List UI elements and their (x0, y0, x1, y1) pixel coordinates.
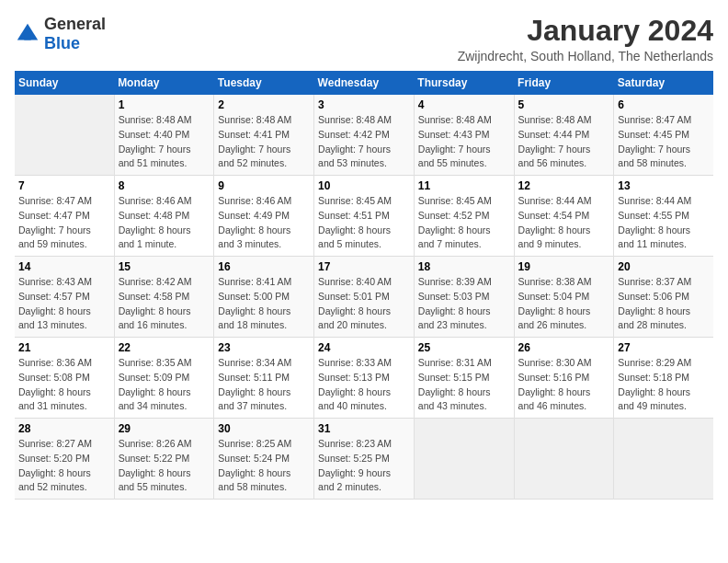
calendar-cell (614, 419, 713, 500)
calendar-cell: 9Sunrise: 8:46 AMSunset: 4:49 PMDaylight… (214, 176, 314, 257)
day-number: 19 (518, 260, 610, 273)
day-number: 23 (218, 341, 310, 354)
day-number: 15 (119, 260, 210, 273)
day-info: Sunrise: 8:46 AMSunset: 4:48 PMDaylight:… (119, 194, 210, 252)
day-number: 30 (218, 422, 310, 435)
calendar-cell: 7Sunrise: 8:47 AMSunset: 4:47 PMDaylight… (15, 176, 114, 257)
day-number: 27 (618, 341, 710, 354)
day-number: 25 (418, 341, 510, 354)
day-info: Sunrise: 8:48 AMSunset: 4:40 PMDaylight:… (119, 113, 210, 171)
day-number: 29 (119, 422, 210, 435)
day-number: 13 (618, 179, 710, 192)
day-number: 4 (418, 98, 510, 111)
calendar-cell: 18Sunrise: 8:39 AMSunset: 5:03 PMDayligh… (414, 257, 514, 338)
day-number: 28 (18, 422, 110, 435)
calendar-cell: 19Sunrise: 8:38 AMSunset: 5:04 PMDayligh… (514, 257, 614, 338)
calendar-cell (15, 95, 114, 176)
day-info: Sunrise: 8:43 AMSunset: 4:57 PMDaylight:… (18, 275, 110, 333)
day-info: Sunrise: 8:47 AMSunset: 4:45 PMDaylight:… (618, 113, 710, 171)
day-number: 2 (218, 98, 310, 111)
header-wednesday: Wednesday (314, 71, 415, 95)
calendar-cell: 13Sunrise: 8:44 AMSunset: 4:55 PMDayligh… (614, 176, 713, 257)
week-row-3: 14Sunrise: 8:43 AMSunset: 4:57 PMDayligh… (15, 257, 713, 338)
calendar-cell: 22Sunrise: 8:35 AMSunset: 5:09 PMDayligh… (114, 338, 214, 419)
day-info: Sunrise: 8:30 AMSunset: 5:16 PMDaylight:… (518, 356, 610, 414)
day-number: 26 (518, 341, 610, 354)
logo-text-blue: Blue (44, 34, 80, 52)
day-number: 9 (218, 179, 310, 192)
header-sunday: Sunday (15, 71, 114, 95)
calendar-cell: 3Sunrise: 8:48 AMSunset: 4:42 PMDaylight… (314, 95, 415, 176)
calendar-cell: 28Sunrise: 8:27 AMSunset: 5:20 PMDayligh… (15, 419, 114, 500)
day-info: Sunrise: 8:34 AMSunset: 5:11 PMDaylight:… (218, 356, 310, 414)
day-info: Sunrise: 8:48 AMSunset: 4:43 PMDaylight:… (418, 113, 510, 171)
day-info: Sunrise: 8:37 AMSunset: 5:06 PMDaylight:… (618, 275, 710, 333)
week-row-4: 21Sunrise: 8:36 AMSunset: 5:08 PMDayligh… (15, 338, 713, 419)
day-number: 20 (618, 260, 710, 273)
calendar-cell: 12Sunrise: 8:44 AMSunset: 4:54 PMDayligh… (514, 176, 614, 257)
calendar-cell: 6Sunrise: 8:47 AMSunset: 4:45 PMDaylight… (614, 95, 713, 176)
day-number: 1 (119, 98, 210, 111)
calendar-cell: 21Sunrise: 8:36 AMSunset: 5:08 PMDayligh… (15, 338, 114, 419)
day-info: Sunrise: 8:31 AMSunset: 5:15 PMDaylight:… (418, 356, 510, 414)
calendar-cell (514, 419, 614, 500)
week-row-2: 7Sunrise: 8:47 AMSunset: 4:47 PMDaylight… (15, 176, 713, 257)
calendar-cell: 30Sunrise: 8:25 AMSunset: 5:24 PMDayligh… (214, 419, 314, 500)
day-number: 6 (618, 98, 710, 111)
day-number: 24 (318, 341, 410, 354)
day-info: Sunrise: 8:36 AMSunset: 5:08 PMDaylight:… (18, 356, 110, 414)
calendar-cell: 16Sunrise: 8:41 AMSunset: 5:00 PMDayligh… (214, 257, 314, 338)
day-info: Sunrise: 8:46 AMSunset: 4:49 PMDaylight:… (218, 194, 310, 252)
day-number: 3 (318, 98, 410, 111)
logo: General Blue (15, 15, 106, 53)
day-number: 14 (18, 260, 110, 273)
calendar-cell: 29Sunrise: 8:26 AMSunset: 5:22 PMDayligh… (114, 419, 214, 500)
calendar-cell: 10Sunrise: 8:45 AMSunset: 4:51 PMDayligh… (314, 176, 415, 257)
calendar-cell: 5Sunrise: 8:48 AMSunset: 4:44 PMDaylight… (514, 95, 614, 176)
day-number: 11 (418, 179, 510, 192)
calendar-cell: 17Sunrise: 8:40 AMSunset: 5:01 PMDayligh… (314, 257, 415, 338)
day-info: Sunrise: 8:44 AMSunset: 4:55 PMDaylight:… (618, 194, 710, 252)
day-info: Sunrise: 8:23 AMSunset: 5:25 PMDaylight:… (318, 437, 410, 495)
calendar-header: Sunday Monday Tuesday Wednesday Thursday… (15, 71, 713, 95)
day-info: Sunrise: 8:25 AMSunset: 5:24 PMDaylight:… (218, 437, 310, 495)
day-info: Sunrise: 8:38 AMSunset: 5:04 PMDaylight:… (518, 275, 610, 333)
calendar-cell: 4Sunrise: 8:48 AMSunset: 4:43 PMDaylight… (414, 95, 514, 176)
calendar-cell: 11Sunrise: 8:45 AMSunset: 4:52 PMDayligh… (414, 176, 514, 257)
svg-rect-1 (24, 35, 30, 40)
logo-text-general: General (44, 15, 106, 33)
day-info: Sunrise: 8:48 AMSunset: 4:44 PMDaylight:… (518, 113, 610, 171)
calendar-table: Sunday Monday Tuesday Wednesday Thursday… (15, 71, 713, 500)
calendar-cell: 24Sunrise: 8:33 AMSunset: 5:13 PMDayligh… (314, 338, 415, 419)
day-number: 8 (119, 179, 210, 192)
calendar-cell (414, 419, 514, 500)
logo-icon (15, 21, 40, 47)
calendar-cell: 8Sunrise: 8:46 AMSunset: 4:48 PMDaylight… (114, 176, 214, 257)
header-monday: Monday (114, 71, 214, 95)
day-number: 22 (119, 341, 210, 354)
week-row-1: 1Sunrise: 8:48 AMSunset: 4:40 PMDaylight… (15, 95, 713, 176)
day-info: Sunrise: 8:27 AMSunset: 5:20 PMDaylight:… (18, 437, 110, 495)
day-info: Sunrise: 8:26 AMSunset: 5:22 PMDaylight:… (119, 437, 210, 495)
day-number: 12 (518, 179, 610, 192)
day-info: Sunrise: 8:44 AMSunset: 4:54 PMDaylight:… (518, 194, 610, 252)
calendar-cell: 2Sunrise: 8:48 AMSunset: 4:41 PMDaylight… (214, 95, 314, 176)
day-info: Sunrise: 8:48 AMSunset: 4:41 PMDaylight:… (218, 113, 310, 171)
day-number: 17 (318, 260, 410, 273)
calendar-cell: 25Sunrise: 8:31 AMSunset: 5:15 PMDayligh… (414, 338, 514, 419)
day-number: 7 (18, 179, 110, 192)
day-number: 18 (418, 260, 510, 273)
header: General Blue January 2024 Zwijndrecht, S… (15, 15, 713, 63)
day-number: 5 (518, 98, 610, 111)
day-info: Sunrise: 8:41 AMSunset: 5:00 PMDaylight:… (218, 275, 310, 333)
day-info: Sunrise: 8:45 AMSunset: 4:51 PMDaylight:… (318, 194, 410, 252)
day-number: 10 (318, 179, 410, 192)
calendar-cell: 15Sunrise: 8:42 AMSunset: 4:58 PMDayligh… (114, 257, 214, 338)
day-info: Sunrise: 8:35 AMSunset: 5:09 PMDaylight:… (119, 356, 210, 414)
day-number: 16 (218, 260, 310, 273)
calendar-cell: 14Sunrise: 8:43 AMSunset: 4:57 PMDayligh… (15, 257, 114, 338)
subtitle: Zwijndrecht, South Holland, The Netherla… (458, 49, 713, 63)
day-info: Sunrise: 8:47 AMSunset: 4:47 PMDaylight:… (18, 194, 110, 252)
day-number: 21 (18, 341, 110, 354)
day-info: Sunrise: 8:48 AMSunset: 4:42 PMDaylight:… (318, 113, 410, 171)
